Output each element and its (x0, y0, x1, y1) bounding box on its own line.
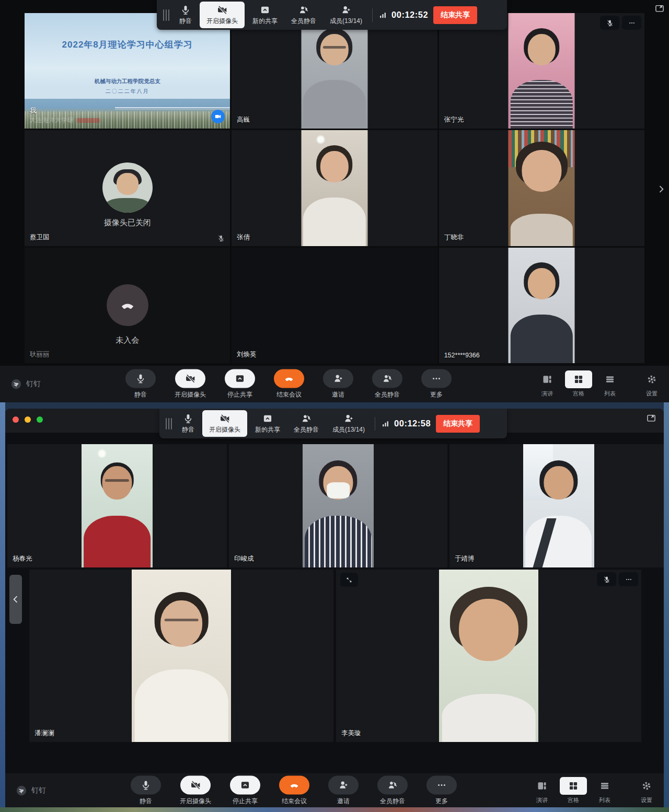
members-icon (341, 5, 351, 15)
more-dots-icon (436, 780, 447, 790)
participant-more-button[interactable] (619, 572, 638, 586)
minimize-button[interactable] (25, 416, 31, 423)
participant-name: 丁晓非 (444, 233, 464, 242)
tile-liuhuanying[interactable]: 刘焕英 (232, 248, 437, 363)
participant-name: 杨春光 (13, 554, 32, 563)
zoom-button[interactable] (37, 416, 43, 423)
gear-icon (641, 781, 652, 791)
end-meeting-button[interactable]: 结束会议 (274, 369, 304, 399)
tile-zhangqian[interactable]: 张倩 (232, 130, 437, 246)
slide-date: 二〇二二年八月 (25, 88, 230, 95)
close-button[interactable] (13, 416, 19, 423)
participant-mute-button[interactable] (597, 572, 616, 586)
end-meeting-button[interactable]: 结束会议 (279, 775, 309, 805)
tile-yangchunguang[interactable]: 杨春光 (7, 444, 227, 567)
speaker-view-button[interactable]: 演讲 (533, 370, 561, 398)
participant-video (509, 130, 575, 246)
window-expand-icon[interactable] (654, 3, 665, 14)
tile-me-screenshare[interactable]: 2022年8月理论学习中心组学习 机械与动力工程学院党总支 二〇二二年八月 我 … (25, 13, 230, 129)
camera-on-button[interactable]: 开启摄像头 (200, 2, 245, 28)
person-add-icon (338, 780, 349, 790)
desktop-edge (0, 402, 5, 812)
more-button[interactable]: 更多 (421, 369, 452, 399)
window-expand-icon[interactable] (646, 413, 656, 423)
avatar (102, 163, 153, 213)
settings-button[interactable]: 设置 (643, 370, 661, 398)
participant-more-button[interactable] (622, 16, 641, 30)
tile-limeixuan[interactable]: 李美璇 (336, 570, 641, 742)
dingtalk-logo (16, 785, 27, 796)
signal-bars-icon (382, 419, 390, 428)
participant-video (132, 570, 231, 742)
tile-yujingbo[interactable]: 于靖博 (449, 444, 664, 567)
tile-panlanlan[interactable]: 潘澜澜 (29, 570, 333, 742)
settings-button[interactable]: 设置 (638, 777, 655, 804)
mute-button[interactable]: 静音 (175, 409, 201, 438)
face-mask (327, 482, 350, 498)
new-share-button[interactable]: 新的共享 (246, 0, 284, 30)
phone-avatar (107, 284, 148, 326)
mute-button[interactable]: 静音 (125, 369, 156, 399)
camera-on-button[interactable]: 开启摄像头 (175, 369, 206, 399)
stop-share-button[interactable]: 停止共享 (225, 369, 255, 399)
tile-expand-button[interactable] (340, 573, 358, 587)
control-bar: 钉钉 静音 开启摄像头 停止共享 结束会议 邀请 (0, 366, 669, 402)
tile-zhangningguang[interactable]: 张宁光 (439, 13, 644, 129)
app-window: 杨春光 印峻成 于靖博 潘澜澜 (5, 409, 664, 807)
grid-view-button[interactable]: 宫格 (564, 370, 593, 398)
mute-all-button[interactable]: 全员静音 (372, 369, 402, 399)
invite-button[interactable]: 邀请 (328, 775, 359, 805)
new-share-button[interactable]: 新的共享 (248, 409, 287, 438)
end-share-button[interactable]: 结束共享 (433, 6, 477, 24)
camera-on-button[interactable]: 开启摄像头 (202, 410, 247, 437)
list-view-button[interactable]: 列表 (596, 370, 624, 398)
end-share-button[interactable]: 结束共享 (436, 415, 480, 433)
meeting-window-bottom: 杨春光 印峻成 于靖博 潘澜澜 (0, 402, 669, 812)
speaker-view-icon (542, 374, 552, 385)
camera-on-button[interactable]: 开启摄像头 (180, 775, 211, 805)
camera-off-status: 摄像头已关闭 (25, 218, 230, 228)
participant-name: 印峻成 (234, 554, 254, 563)
tile-caiweiguo[interactable]: 摄像头已关闭 蔡卫国 (25, 130, 230, 246)
camera-icon (214, 113, 222, 120)
grid-view-icon (568, 781, 579, 791)
next-page-chevron[interactable] (654, 173, 668, 205)
mute-all-icon (382, 374, 393, 384)
drag-handle[interactable] (163, 9, 169, 21)
invite-button[interactable]: 邀请 (323, 369, 353, 399)
camera-off-icon (185, 374, 195, 384)
members-button[interactable]: 成员(13/14) (323, 0, 369, 30)
mic-muted-icon (217, 235, 225, 242)
participant-video (439, 570, 538, 742)
mic-muted-icon (606, 19, 614, 27)
mute-button[interactable]: 静音 (131, 775, 161, 805)
tile-genglili[interactable]: 未入会 耿丽丽 (25, 248, 230, 363)
phone-hangup-icon (284, 374, 294, 384)
not-joined-status: 未入会 (25, 335, 230, 345)
mute-all-button[interactable]: 全员静音 (284, 0, 323, 30)
grid-view-button[interactable]: 宫格 (559, 777, 587, 804)
mute-button[interactable]: 静音 (172, 0, 199, 30)
prev-page-chevron[interactable] (9, 575, 22, 624)
shared-slide: 2022年8月理论学习中心组学习 机械与动力工程学院党总支 二〇二二年八月 (25, 13, 230, 129)
tile-yinjuncheng[interactable]: 印峻成 (229, 444, 447, 567)
participant-mute-button[interactable] (600, 16, 619, 30)
list-view-button[interactable]: 列表 (591, 777, 619, 804)
mute-all-icon (301, 413, 312, 424)
tile-gaowei[interactable]: 高巍 (232, 13, 437, 129)
mute-all-button[interactable]: 全员静音 (287, 409, 326, 438)
phone-icon (120, 297, 135, 313)
tile-phone-user[interactable]: 152****9366 (439, 248, 644, 363)
drag-handle[interactable] (166, 418, 172, 430)
mic-icon (180, 5, 191, 15)
speaker-view-button[interactable]: 演讲 (528, 777, 556, 804)
tile-hover-controls (597, 572, 638, 586)
mute-all-button[interactable]: 全员静音 (377, 775, 408, 805)
participant-grid: 2022年8月理论学习中心组学习 机械与动力工程学院党总支 二〇二二年八月 我 … (25, 13, 644, 363)
tile-dingxiaofei[interactable]: 丁晓非 (439, 130, 644, 246)
more-button[interactable]: 更多 (426, 775, 457, 805)
gear-icon (647, 374, 657, 385)
members-button[interactable]: 成员(13/14) (326, 409, 372, 438)
participant-video (509, 248, 575, 363)
stop-share-button[interactable]: 停止共享 (230, 775, 260, 805)
